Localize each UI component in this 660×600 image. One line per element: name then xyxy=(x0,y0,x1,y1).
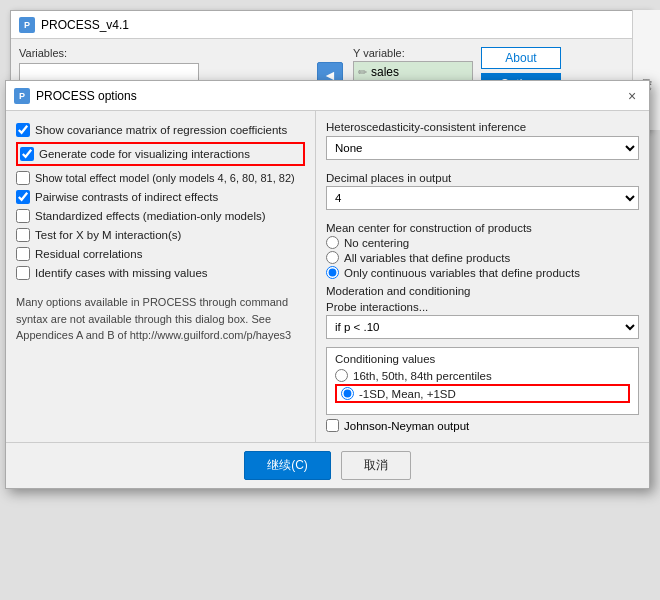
checkbox-group: Show covariance matrix of regression coe… xyxy=(16,121,305,282)
checkbox-standardized[interactable] xyxy=(16,209,30,223)
radio-sd-label: -1SD, Mean, +1SD xyxy=(359,388,456,400)
checkbox-total-label: Show total effect model (only models 4, … xyxy=(35,172,295,184)
dialog-close-button[interactable]: × xyxy=(623,87,641,105)
checkbox-pairwise-label: Pairwise contrasts of indirect effects xyxy=(35,191,218,203)
probe-label: Probe interactions... xyxy=(326,301,639,313)
checkbox-item-missing: Identify cases with missing values xyxy=(16,264,305,282)
checkbox-jn[interactable] xyxy=(326,419,339,432)
checkbox-item-generate-highlighted: Generate code for visualizing interactio… xyxy=(16,142,305,166)
checkbox-item-pairwise: Pairwise contrasts of indirect effects xyxy=(16,188,305,206)
process-options-dialog: P PROCESS options × Show covariance matr… xyxy=(5,80,650,489)
checkbox-residual[interactable] xyxy=(16,247,30,261)
mean-center-group: No centering All variables that define p… xyxy=(326,236,639,279)
checkbox-xm-label: Test for X by M interaction(s) xyxy=(35,229,181,241)
hetero-label: Heteroscedasticity-consistent inference xyxy=(326,121,639,133)
dialog-titlebar: P PROCESS options × xyxy=(6,81,649,111)
radio-percentiles-label: 16th, 50th, 84th percentiles xyxy=(353,370,492,382)
checkbox-standardized-label: Standardized effects (mediation-only mod… xyxy=(35,210,266,222)
continue-button[interactable]: 继续(C) xyxy=(244,451,331,480)
dialog-footer: 继续(C) 取消 xyxy=(6,442,649,488)
checkbox-missing[interactable] xyxy=(16,266,30,280)
decimal-select[interactable]: 2 3 4 5 6 xyxy=(326,186,639,210)
cancel-button[interactable]: 取消 xyxy=(341,451,411,480)
radio-sd[interactable] xyxy=(341,387,354,400)
checkbox-item-standardized: Standardized effects (mediation-only mod… xyxy=(16,207,305,225)
conditioning-box: Conditioning values 16th, 50th, 84th per… xyxy=(326,347,639,415)
checkbox-item-residual: Residual correlations xyxy=(16,245,305,263)
checkbox-item-total: Show total effect model (only models 4, … xyxy=(16,169,305,187)
radio-item-no-center: No centering xyxy=(326,236,639,249)
about-button[interactable]: About xyxy=(481,47,561,69)
radio-item-continuous: Only continuous variables that define pr… xyxy=(326,266,639,279)
radio-item-all-vars: All variables that define products xyxy=(326,251,639,264)
hetero-select[interactable]: None HC1 HC2 HC3 HC4 xyxy=(326,136,639,160)
dialog-app-icon: P xyxy=(14,88,30,104)
radio-all-vars[interactable] xyxy=(326,251,339,264)
moderation-label: Moderation and conditioning xyxy=(326,285,639,297)
variables-label: Variables: xyxy=(19,47,307,59)
radio-item-sd: -1SD, Mean, +1SD xyxy=(341,387,624,400)
checkbox-item-covariance: Show covariance matrix of regression coe… xyxy=(16,121,305,139)
dialog-title: PROCESS options xyxy=(36,89,137,103)
right-panel: Heteroscedasticity-consistent inference … xyxy=(316,111,649,442)
pencil-icon: ✏ xyxy=(358,66,367,79)
probe-select[interactable]: if p < .05 if p < .10 always never xyxy=(326,315,639,339)
radio-all-vars-label: All variables that define products xyxy=(344,252,510,264)
checkbox-generate[interactable] xyxy=(20,147,34,161)
conditioning-highlighted: -1SD, Mean, +1SD xyxy=(335,384,630,403)
conditioning-group: 16th, 50th, 84th percentiles -1SD, Mean,… xyxy=(335,369,630,403)
bg-titlebar: P PROCESS_v4.1 × xyxy=(11,11,649,39)
app-icon: P xyxy=(19,17,35,33)
checkbox-missing-label: Identify cases with missing values xyxy=(35,267,208,279)
radio-percentiles[interactable] xyxy=(335,369,348,382)
radio-no-center[interactable] xyxy=(326,236,339,249)
checkbox-generate-label: Generate code for visualizing interactio… xyxy=(39,148,250,160)
left-panel: Show covariance matrix of regression coe… xyxy=(6,111,316,442)
y-variable-label: Y variable: xyxy=(353,47,473,59)
dialog-body: Show covariance matrix of regression coe… xyxy=(6,111,649,442)
checkbox-covariance-label: Show covariance matrix of regression coe… xyxy=(35,124,287,136)
conditioning-title: Conditioning values xyxy=(335,353,630,365)
radio-no-center-label: No centering xyxy=(344,237,409,249)
radio-item-percentiles: 16th, 50th, 84th percentiles xyxy=(335,369,630,382)
radio-continuous[interactable] xyxy=(326,266,339,279)
checkbox-covariance[interactable] xyxy=(16,123,30,137)
checkbox-jn-label: Johnson-Neyman output xyxy=(344,420,469,432)
info-text: Many options available in PROCESS throug… xyxy=(16,294,305,344)
checkbox-pairwise[interactable] xyxy=(16,190,30,204)
radio-continuous-label: Only continuous variables that define pr… xyxy=(344,267,580,279)
mean-center-label: Mean center for construction of products xyxy=(326,222,639,234)
checkbox-item-xm: Test for X by M interaction(s) xyxy=(16,226,305,244)
checkbox-xm[interactable] xyxy=(16,228,30,242)
checkbox-item-generate: Generate code for visualizing interactio… xyxy=(20,145,301,163)
checkbox-total[interactable] xyxy=(16,171,30,185)
decimal-label: Decimal places in output xyxy=(326,172,639,184)
bg-window-title: PROCESS_v4.1 xyxy=(41,18,129,32)
checkbox-item-jn: Johnson-Neyman output xyxy=(326,419,639,432)
checkbox-residual-label: Residual correlations xyxy=(35,248,142,260)
sales-value: sales xyxy=(371,65,399,79)
